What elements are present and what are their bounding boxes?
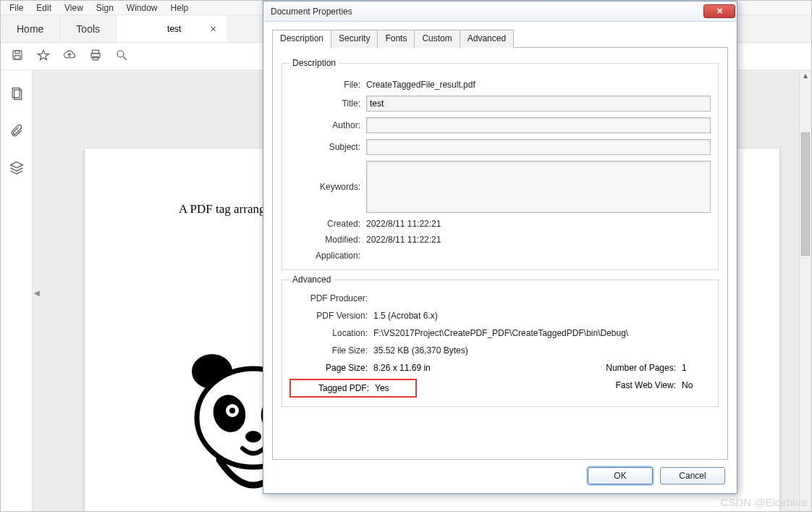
menu-help[interactable]: Help <box>165 1 195 14</box>
subject-input[interactable] <box>366 139 711 155</box>
attachments-icon[interactable] <box>9 123 24 140</box>
location-value: F:\VS2017Project\CreatePDF_PDF\CreateTag… <box>373 328 711 338</box>
watermark: CSDN @Eiceblue <box>721 496 807 508</box>
author-label: Author: <box>289 120 366 130</box>
tab-document-label: test <box>167 24 181 34</box>
tagged-pdf-highlight: Tagged PDF: Yes <box>289 379 417 398</box>
svg-rect-6 <box>93 56 98 60</box>
left-rail <box>1 70 33 511</box>
application-label: Application: <box>289 251 366 261</box>
fastweb-label: Fast Web View: <box>602 380 682 390</box>
numpages-value: 1 <box>682 363 711 373</box>
tab-document[interactable]: test × <box>117 15 227 42</box>
producer-label: PDF Producer: <box>289 293 373 303</box>
svg-point-18 <box>229 408 235 414</box>
modified-label: Modified: <box>289 235 366 245</box>
author-input[interactable] <box>366 117 711 133</box>
file-value: CreateTaggedFile_result.pdf <box>366 80 711 90</box>
numpages-label: Number of Pages: <box>602 363 682 373</box>
advanced-legend: Advanced <box>289 274 334 285</box>
scrollbar-thumb[interactable] <box>801 133 810 256</box>
created-label: Created: <box>289 219 366 229</box>
tab-home[interactable]: Home <box>1 15 60 42</box>
cancel-button[interactable]: Cancel <box>660 467 725 484</box>
menu-window[interactable]: Window <box>121 1 164 14</box>
keywords-label: Keywords: <box>289 182 366 192</box>
menu-sign[interactable]: Sign <box>90 1 119 14</box>
scroll-up-icon[interactable]: ▴ <box>800 70 811 80</box>
tab-description[interactable]: Description <box>272 30 331 48</box>
svg-rect-1 <box>15 51 20 54</box>
menu-edit[interactable]: Edit <box>30 1 57 14</box>
svg-point-21 <box>245 431 261 442</box>
svg-line-8 <box>123 56 127 60</box>
tab-description-page: Description File:CreateTaggedFile_result… <box>272 48 728 460</box>
svg-rect-4 <box>93 50 99 54</box>
menu-file[interactable]: File <box>4 1 29 14</box>
collapse-rail-icon[interactable]: ◀ <box>34 289 40 297</box>
fastweb-value: No <box>682 380 711 390</box>
layers-icon[interactable] <box>9 160 24 177</box>
advanced-group: Advanced PDF Producer: PDF Version:1.5 (… <box>282 274 719 407</box>
print-icon[interactable] <box>89 49 102 64</box>
save-icon[interactable] <box>11 49 24 64</box>
pagesize-value: 8.26 x 11.69 in <box>373 363 475 373</box>
version-value: 1.5 (Acrobat 6.x) <box>373 311 711 321</box>
dialog-close-button[interactable]: ✕ <box>703 4 735 18</box>
cloud-upload-icon[interactable] <box>63 49 76 64</box>
file-label: File: <box>289 80 366 90</box>
svg-rect-2 <box>14 56 20 59</box>
pages-panel-icon[interactable] <box>9 86 24 103</box>
svg-marker-11 <box>10 162 22 168</box>
tab-custom[interactable]: Custom <box>414 30 460 48</box>
star-icon[interactable] <box>37 49 50 64</box>
title-label: Title: <box>289 98 366 109</box>
menu-view[interactable]: View <box>59 1 89 14</box>
producer-value <box>373 293 711 303</box>
tab-tools[interactable]: Tools <box>60 15 117 42</box>
filesize-value: 35.52 KB (36,370 Bytes) <box>373 345 711 356</box>
modified-value: 2022/8/11 11:22:21 <box>366 235 711 245</box>
pagesize-label: Page Size: <box>289 363 373 373</box>
tab-security[interactable]: Security <box>331 30 378 48</box>
tagged-value: Yes <box>375 383 418 393</box>
scrollbar[interactable]: ▴ <box>799 70 811 511</box>
zoom-icon[interactable] <box>115 49 128 64</box>
tab-advanced[interactable]: Advanced <box>460 30 514 48</box>
ok-button[interactable]: OK <box>588 467 653 484</box>
description-legend: Description <box>289 58 339 68</box>
tagged-label: Tagged PDF: <box>291 383 375 393</box>
dialog-titlebar[interactable]: Document Properties ✕ <box>263 1 737 22</box>
dialog-title: Document Properties <box>271 7 352 17</box>
svg-marker-3 <box>38 50 49 60</box>
title-input[interactable] <box>366 96 711 112</box>
description-group: Description File:CreateTaggedFile_result… <box>282 58 719 270</box>
dialog-tabset: Description Security Fonts Custom Advanc… <box>272 29 728 48</box>
subject-label: Subject: <box>289 142 366 152</box>
svg-point-7 <box>117 51 124 57</box>
version-label: PDF Version: <box>289 311 373 321</box>
filesize-label: File Size: <box>289 345 373 356</box>
tab-fonts[interactable]: Fonts <box>377 30 415 48</box>
location-label: Location: <box>289 328 373 338</box>
created-value: 2022/8/11 11:22:21 <box>366 219 711 229</box>
tab-close-button[interactable]: × <box>210 23 216 35</box>
document-properties-dialog: Document Properties ✕ Description Securi… <box>263 1 737 494</box>
keywords-input[interactable] <box>366 161 711 213</box>
